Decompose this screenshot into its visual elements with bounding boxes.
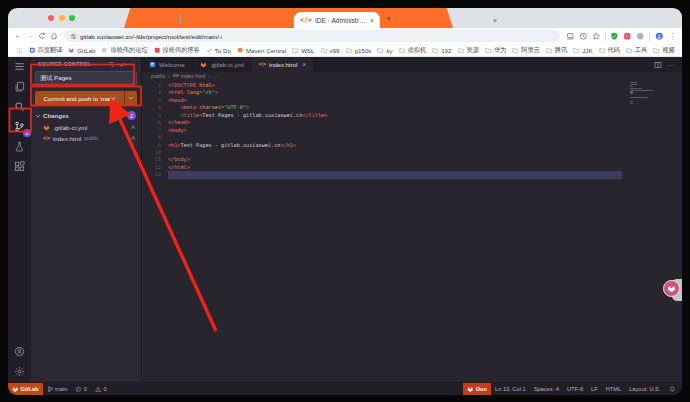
address-bar[interactable]: gitlab.xuxiaowei.cn/-/ide/project/root/t… [64, 30, 560, 42]
history-button[interactable] [579, 32, 588, 41]
file-row[interactable]: <>index.htmlpublicA [31, 133, 141, 144]
bookmark-folder[interactable]: ky [377, 47, 392, 54]
editor-tab[interactable]: <>index.html× [252, 57, 314, 72]
minimize-window-button[interactable] [59, 15, 65, 21]
ellipsis-editor-button[interactable]: ··· [667, 61, 675, 69]
minimap-line [630, 90, 653, 91]
ellipsis-icon: ··· [667, 61, 675, 69]
home-button[interactable] [50, 32, 58, 40]
bookmark-folder[interactable]: 视频 [653, 46, 674, 55]
bookmark-label: To Do [215, 47, 231, 54]
history-icon [579, 32, 588, 41]
bookmark-item[interactable]: Maven Central [237, 47, 286, 54]
bookmark-folder[interactable]: 192 [432, 47, 451, 54]
bookmark-folder[interactable]: 华为 [485, 46, 506, 55]
close-window-button[interactable] [48, 15, 54, 21]
code-line-content: <body> [168, 127, 622, 134]
laptop-button[interactable] [566, 32, 575, 41]
browser-menu-button[interactable]: ··· [668, 32, 677, 41]
duo-chat-button[interactable] [663, 280, 680, 297]
breadcrumb-segment[interactable]: <>index.html [173, 73, 206, 79]
web-ide: 1 SOURCE CONTROL ··· Commit and push to … [8, 57, 682, 382]
activity-item-gear[interactable] [10, 362, 29, 381]
status-bell[interactable] [665, 383, 680, 395]
panel-tree-list-button[interactable] [108, 61, 115, 68]
activity-item-source-control[interactable]: 1 [10, 117, 29, 136]
code-line-content: </body> [168, 156, 622, 163]
profile-avatar[interactable] [655, 32, 664, 41]
file-row[interactable]: .gitlab-ci.ymlA [31, 122, 141, 133]
status-duo[interactable]: Duo [463, 383, 491, 395]
bookmark-folder[interactable]: JJK [573, 47, 592, 54]
activity-item-account[interactable] [10, 342, 29, 361]
commit-button[interactable]: Commit and push to 'main' [35, 91, 137, 106]
status-lf[interactable]: LF [587, 383, 602, 395]
apps-button[interactable] [16, 47, 23, 54]
commit-message-input[interactable] [35, 71, 137, 86]
browser-tab[interactable]: </>IDE · Administrator / test · E× [294, 12, 380, 28]
editor-tab[interactable]: Welcome [142, 57, 193, 72]
minimap[interactable] [630, 82, 654, 107]
browser-tab[interactable]: Administrator / test · GitLab× [181, 12, 293, 28]
split-editor-button[interactable] [654, 61, 662, 69]
activity-item-search[interactable] [10, 97, 29, 116]
reload-button[interactable] [38, 32, 46, 40]
code-icon: </> [300, 17, 312, 24]
panel-check-button[interactable] [119, 61, 126, 68]
bookmark-item[interactable]: GitLab [68, 47, 95, 54]
status-spaces-4[interactable]: Spaces: 4 [530, 383, 563, 395]
breadcrumb-segment[interactable]: public [151, 73, 165, 79]
activity-item-menu[interactable] [10, 60, 29, 73]
status-bar-right: DuoLn 13, Col 1Spaces: 4UTF-8LFHTMLLayou… [463, 383, 679, 395]
status-gitlab[interactable]: GitLab [8, 383, 43, 395]
status-ln-13-col-1[interactable]: Ln 13, Col 1 [491, 383, 530, 395]
breadcrumb-segment[interactable]: … [213, 73, 218, 79]
bookmark-folder[interactable]: 虚拟机 [399, 46, 427, 55]
fullscreen-window-button[interactable] [69, 15, 75, 21]
bookmark-folder[interactable]: 阿里云 [512, 46, 540, 55]
code-token: </title> [302, 112, 327, 118]
star-button[interactable] [592, 32, 601, 41]
bookmark-folder[interactable]: 工具 [626, 46, 647, 55]
activity-badge: 1 [23, 129, 31, 137]
status-0[interactable]: 0 [91, 383, 111, 395]
toolbar-divider [649, 32, 650, 41]
bookmark-item[interactable]: 百度翻译 [29, 46, 63, 55]
shield-extension-button[interactable] [610, 32, 619, 41]
ext-gray-extension-button[interactable] [636, 32, 645, 41]
bookmark-item[interactable]: 徐晓伟的论坛 [101, 46, 147, 55]
commit-dropdown-button[interactable] [125, 95, 137, 101]
bookmark-folder[interactable]: g150s [346, 47, 372, 54]
code-editor[interactable]: 1<!DOCTYPE html>2<html lang="zh">3<head>… [142, 80, 682, 382]
browser-tab[interactable]: 个人访问令牌 - 用户设置 - 极…× [84, 12, 180, 28]
status-layout-u-s-[interactable]: Layout: U.S. [625, 383, 664, 395]
bookmark-folder[interactable]: 资源 [458, 46, 479, 55]
editor-tab[interactable]: .gitlab-ci.yml [193, 57, 252, 72]
panel-ellipsis-button[interactable]: ··· [129, 61, 136, 68]
status-html[interactable]: HTML [602, 383, 625, 395]
tab-close-icon[interactable]: × [493, 17, 497, 24]
tab-close-icon[interactable]: × [370, 17, 374, 24]
bookmark-folder[interactable]: 腾讯 [546, 46, 567, 55]
bookmarks-bar: 百度翻译GitLab徐晓伟的论坛徐晓伟的博客To DoMaven Central… [8, 44, 682, 57]
bookmark-folder[interactable]: 代码 [599, 46, 620, 55]
bookmark-item[interactable]: 徐晓伟的博客 [154, 46, 200, 55]
status-utf-8[interactable]: UTF-8 [563, 383, 587, 395]
activity-item-extensions[interactable] [10, 157, 29, 176]
forward-button[interactable]: → [26, 32, 34, 40]
changes-header[interactable]: Changes 2 [31, 110, 141, 122]
activity-item-flask[interactable] [10, 137, 29, 156]
editor-tab-title: Welcome [159, 61, 185, 68]
bookmark-folder[interactable]: WSL [292, 47, 314, 54]
bookmark-folder[interactable]: x99 [321, 47, 340, 54]
activity-item-files[interactable] [10, 77, 29, 96]
status-main[interactable]: main [43, 383, 72, 395]
tab-close-icon[interactable]: × [302, 61, 306, 68]
bookmark-item[interactable]: To Do [206, 47, 231, 54]
code-line: 5 <title>Test Pages - gitlab.xuxiaowei.c… [142, 112, 682, 119]
bookmark-label: JJK [582, 47, 592, 54]
adblock-extension-button[interactable] [623, 32, 632, 41]
status-0[interactable]: 0 [71, 383, 91, 395]
new-tab-button[interactable]: + [386, 15, 391, 24]
back-button[interactable]: ← [14, 32, 22, 40]
